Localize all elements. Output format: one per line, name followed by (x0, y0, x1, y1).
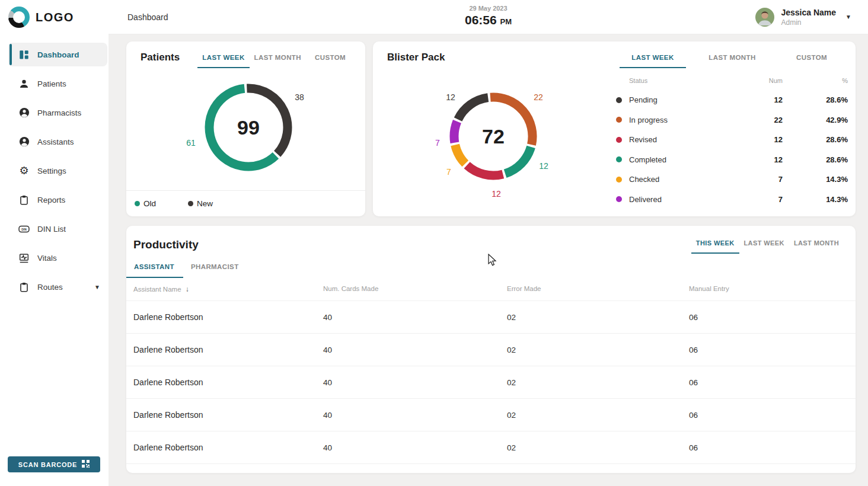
cards-made: 40 (323, 313, 507, 322)
sidebar-item-vitals[interactable]: Vitals ▼ (8, 246, 107, 270)
status-pct: 14.3% (826, 175, 848, 184)
legend-item-old: Old (135, 199, 156, 208)
productivity-rows: Darlene Robertson 40 02 06 Darlene Rober… (126, 301, 856, 464)
status-dot (616, 137, 622, 143)
tab-last-week[interactable]: LAST WEEK (739, 235, 789, 254)
time-value: 06:56 (465, 13, 497, 27)
cards-made: 40 (323, 378, 507, 387)
legend-new-label: New (197, 199, 213, 208)
user-menu[interactable]: Jessica Name Admin ▼ (755, 8, 868, 27)
assistant-name: Darlene Robertson (133, 443, 323, 452)
sidebar-item-din-list[interactable]: DIN DIN List ▼ (8, 217, 107, 241)
logo[interactable]: LOGO (0, 0, 108, 34)
patients-total: 99 (198, 116, 299, 139)
manual-entry: 06 (689, 411, 856, 420)
chevron-down-icon: ▼ (94, 284, 100, 290)
status-num: 7 (778, 195, 783, 204)
legend-old-label: Old (143, 199, 156, 208)
legend-item-new: New (188, 199, 213, 208)
qr-code-icon (82, 460, 90, 469)
sidebar-item-label: Pharmacists (37, 108, 81, 117)
blister-status-table: Status Num % Pending 12 28.6% In progres… (616, 72, 848, 209)
patients-donut-chart: 99 61 38 (198, 77, 299, 178)
new-dot (188, 201, 193, 206)
sidebar-item-assistants[interactable]: Assistants ▼ (8, 130, 107, 154)
col-cards-made: Num. Cards Made (323, 285, 507, 293)
pharmacists-icon (18, 107, 30, 119)
manual-entry: 06 (689, 313, 856, 322)
blister-total: 72 (443, 125, 544, 148)
blister-status-row: Pending 12 28.6% (616, 90, 848, 110)
chevron-down-icon[interactable]: ▼ (845, 14, 851, 20)
col-assistant-name[interactable]: Assistant Name ↓ (133, 285, 323, 293)
sidebar-nav: Dashboard ▼ Patients ▼ Pharmacists ▼ Ass… (0, 43, 108, 299)
error-made: 02 (507, 443, 689, 452)
productivity-card: Productivity THIS WEEK LAST WEEK LAST MO… (126, 226, 856, 473)
table-row: Darlene Robertson 40 02 06 (126, 431, 856, 464)
cards-made: 40 (323, 346, 507, 354)
assistant-name: Darlene Robertson (133, 312, 323, 322)
dashboard-icon (18, 49, 30, 60)
blister-status-row: Completed 12 28.6% (616, 150, 848, 170)
sidebar-item-routes[interactable]: Routes ▼ (8, 275, 107, 299)
patients-new-value: 38 (295, 92, 304, 102)
patients-tabs: LAST WEEK LAST MONTH CUSTOM (197, 50, 355, 68)
tab-custom[interactable]: CUSTOM (306, 50, 355, 68)
tab-last-week[interactable]: LAST WEEK (620, 50, 686, 68)
page-title: Dashboard (127, 12, 168, 22)
tab-last-month[interactable]: LAST MONTH (699, 50, 765, 68)
tab-custom[interactable]: CUSTOM (778, 50, 845, 68)
sidebar-item-patients[interactable]: Patients ▼ (8, 72, 107, 95)
tab-assistant[interactable]: ASSISTANT (126, 258, 183, 278)
time-meridiem: PM (500, 17, 512, 26)
productivity-role-tabs: ASSISTANT PHARMACIST (126, 258, 856, 278)
avatar (755, 8, 774, 27)
completed-value: 12 (539, 161, 548, 171)
app-root: LOGO Dashboard ▼ Patients ▼ Pharmacists … (0, 0, 868, 486)
din-list-icon: DIN (18, 223, 30, 235)
cards-made: 40 (323, 443, 507, 452)
logo-icon (8, 7, 30, 28)
sidebar-item-label: Routes (37, 283, 63, 292)
tab-last-month[interactable]: LAST MONTH (789, 235, 844, 254)
blister-table-headers: Status Num % (616, 72, 848, 90)
status-pct: 28.6% (826, 95, 848, 104)
status-dot (616, 97, 622, 103)
col-pct: % (842, 77, 848, 84)
sidebar-item-reports[interactable]: Reports ▼ (8, 188, 107, 212)
productivity-table-headers: Assistant Name ↓ Num. Cards Made Error M… (126, 278, 856, 301)
blister-pack-card: Blister Pack LAST WEEK LAST MONTH CUSTOM… (373, 41, 856, 216)
clock: 29 May 2023 06:56 PM (465, 5, 512, 27)
status-pct: 28.6% (826, 155, 848, 164)
status-num: 12 (774, 135, 783, 144)
svg-text:DIN: DIN (21, 228, 27, 231)
patients-card: Patients LAST WEEK LAST MONTH CUSTOM 99 … (126, 41, 365, 216)
sidebar-item-dashboard[interactable]: Dashboard ▼ (8, 43, 107, 66)
current-time: 06:56 PM (465, 13, 512, 27)
manual-entry: 06 (689, 346, 856, 354)
assistant-name-label: Assistant Name (133, 286, 181, 293)
tab-this-week[interactable]: THIS WEEK (691, 235, 739, 254)
user-name: Jessica Name (781, 8, 836, 17)
sidebar-item-settings[interactable]: ⚙ Settings ▼ (8, 159, 107, 183)
col-error-made: Error Made (507, 285, 689, 293)
status-label: Delivered (629, 195, 662, 204)
tab-last-month[interactable]: LAST MONTH (250, 50, 306, 68)
tab-last-week[interactable]: LAST WEEK (197, 50, 249, 68)
status-label: Checked (629, 175, 659, 184)
status-dot (616, 177, 622, 183)
sidebar-item-pharmacists[interactable]: Pharmacists ▼ (8, 101, 107, 124)
status-num: 12 (774, 155, 783, 164)
status-pct: 14.3% (826, 195, 848, 204)
error-made: 02 (507, 346, 689, 354)
patients-legend: Old New (126, 190, 365, 216)
col-status: Status (629, 77, 729, 84)
tab-pharmacist[interactable]: PHARMACIST (183, 258, 248, 278)
blister-donut-chart: 72 12 22 12 12 7 7 (443, 86, 544, 187)
status-pct: 28.6% (826, 135, 848, 144)
user-text: Jessica Name Admin (781, 8, 836, 27)
sidebar-item-label: Assistants (37, 138, 74, 146)
scan-barcode-button[interactable]: SCAN BARCODE (8, 456, 100, 472)
status-dot (616, 196, 622, 202)
cards-made: 40 (323, 411, 507, 420)
